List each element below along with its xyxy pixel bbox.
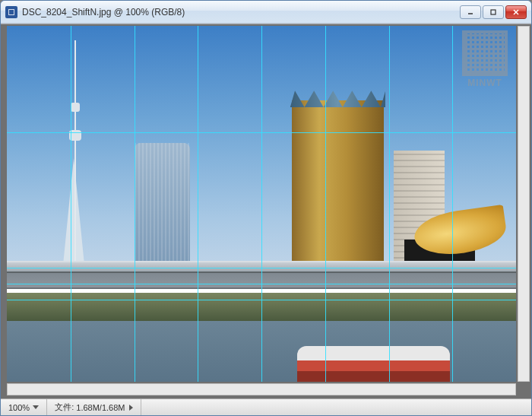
watermark-text: MINWT: [467, 78, 502, 88]
minimize-button[interactable]: [460, 5, 481, 19]
photo-content: [7, 26, 516, 382]
maximize-button[interactable]: [483, 5, 504, 19]
titlebar[interactable]: DSC_8204_ShiftN.jpg @ 100% (RGB/8): [1, 1, 531, 24]
horizontal-scrollbar[interactable]: [7, 383, 516, 395]
window-title: DSC_8204_ShiftN.jpg @ 100% (RGB/8): [22, 7, 460, 17]
app-icon: [5, 6, 17, 18]
vertical-scrollbar[interactable]: [518, 26, 530, 382]
svg-rect-1: [9, 10, 14, 14]
canvas-area: MINWT: [1, 24, 531, 399]
document-size-segment[interactable]: 文件: 1.68M/1.68M: [47, 399, 141, 415]
zoom-level-dropdown[interactable]: 100%: [1, 399, 47, 415]
watermark: MINWT: [458, 30, 511, 93]
chevron-down-icon: [33, 405, 39, 409]
close-button[interactable]: [505, 5, 527, 19]
zoom-value: 100%: [8, 403, 30, 412]
image-canvas[interactable]: MINWT: [7, 26, 516, 382]
svg-rect-3: [491, 10, 496, 14]
doc-sizes: 1.68M/1.68M: [76, 403, 125, 412]
window-controls: [460, 5, 527, 19]
doc-label: 文件:: [55, 402, 74, 413]
document-window: DSC_8204_ShiftN.jpg @ 100% (RGB/8): [0, 0, 532, 416]
chevron-right-icon: [129, 405, 133, 411]
qr-code-icon: [462, 30, 508, 76]
statusbar: 100% 文件: 1.68M/1.68M: [1, 399, 531, 415]
